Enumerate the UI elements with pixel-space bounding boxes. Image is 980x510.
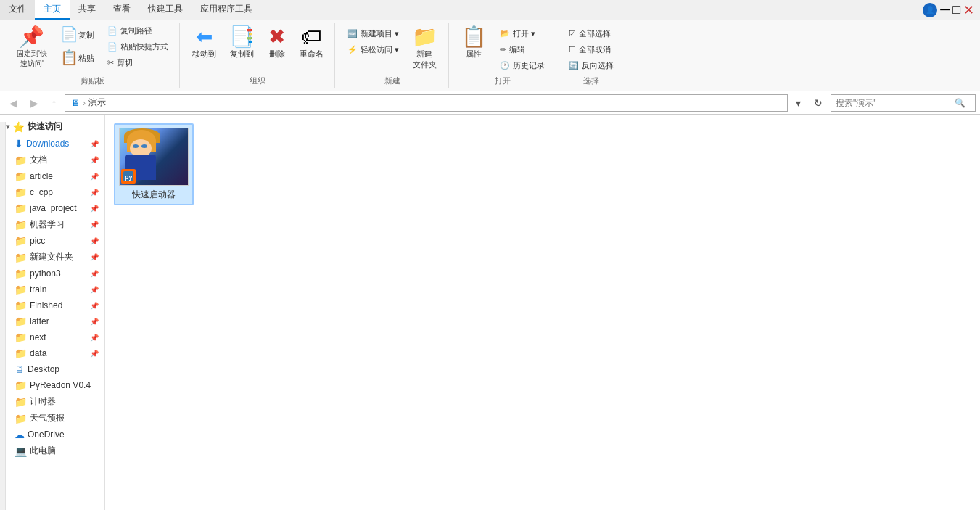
tab-home[interactable]: 主页 xyxy=(35,0,70,20)
address-dropdown-button[interactable]: ▾ xyxy=(791,95,806,111)
c_cpp-label: c_cpp xyxy=(30,187,53,197)
sidebar-item-pyreadon[interactable]: 📁 PyReadon V0.4 xyxy=(0,377,104,393)
ribbon-tabs: 文件 主页 共享 查看 快建工具 应用程序工具 👤 ─ □ ✕ xyxy=(0,0,980,20)
properties-button[interactable]: 📋 属性 xyxy=(456,23,492,63)
java-icon: 📁 xyxy=(15,202,27,214)
new-item-label: 新建项目 ▾ xyxy=(361,28,399,39)
quick-access-label: 快速访问 xyxy=(28,120,62,133)
ribbon-content: 📌 固定到'快速访问' 📄 复制 📋 粘贴 📄 xyxy=(0,20,980,91)
address-path[interactable]: 🖥 › 演示 xyxy=(65,94,788,112)
rename-button[interactable]: 🏷 重命名 xyxy=(295,23,329,63)
history-button[interactable]: 🕐 历史记录 xyxy=(495,58,550,73)
tab-share[interactable]: 共享 xyxy=(70,0,104,20)
sidebar-quick-access-header[interactable]: ▾ ⭐ 快速访问 xyxy=(0,118,104,136)
user-icon[interactable]: 👤 xyxy=(923,3,937,17)
open-label: 打开 xyxy=(495,74,511,88)
maximize-btn[interactable]: □ xyxy=(952,2,960,17)
invert-select-button[interactable]: 🔄 反向选择 xyxy=(564,58,619,73)
cut-icon: ✂ xyxy=(107,58,114,67)
minimize-btn[interactable]: ─ xyxy=(940,2,950,17)
sidebar-item-desktop[interactable]: 🖥 Desktop xyxy=(0,361,104,377)
svg-text:py: py xyxy=(125,173,133,181)
pin-button[interactable]: 📌 固定到'快速访问' xyxy=(12,23,52,73)
search-input[interactable] xyxy=(836,98,952,108)
sidebar-item-data[interactable]: 📁 data 📌 xyxy=(0,345,104,361)
python-icon-svg: py xyxy=(123,171,133,181)
file-item-quick-launcher[interactable]: py 快速启动器 xyxy=(114,123,194,205)
data-label: data xyxy=(30,348,46,358)
sidebar-item-new-folder[interactable]: 📁 新建文件夹 📌 xyxy=(0,249,104,266)
select-items: ☑ 全部选择 ☐ 全部取消 🔄 反向选择 xyxy=(564,23,619,74)
train-icon: 📁 xyxy=(15,284,27,295)
finished-icon: 📁 xyxy=(15,300,27,311)
edit-button[interactable]: ✏ 编辑 xyxy=(495,42,550,57)
new-folder-pin: 📌 xyxy=(90,253,99,261)
sidebar-item-downloads[interactable]: ⬇ Downloads 📌 xyxy=(0,136,104,152)
sidebar-item-timer[interactable]: 📁 计时器 xyxy=(0,393,104,410)
pin-icon: 📌 xyxy=(19,27,44,47)
sidebar-item-latter[interactable]: 📁 latter 📌 xyxy=(0,313,104,329)
python-pin: 📌 xyxy=(90,270,99,278)
article-icon: 📁 xyxy=(15,170,27,182)
invert-icon: 🔄 xyxy=(569,61,579,70)
file-overlay-icon: py xyxy=(121,169,136,184)
copy-path-button[interactable]: 📄 复制路径 xyxy=(102,23,173,38)
sidebar-item-java_project[interactable]: 📁 java_project 📌 xyxy=(0,200,104,216)
pyreadon-label: PyReadon V0.4 xyxy=(30,380,91,390)
refresh-button[interactable]: ↻ xyxy=(809,95,828,111)
tab-apptools[interactable]: 应用程序工具 xyxy=(192,0,261,20)
c_cpp-pin: 📌 xyxy=(90,189,99,197)
sidebar-item-article[interactable]: 📁 article 📌 xyxy=(0,168,104,184)
new-folder-label: 新建文件夹 xyxy=(30,251,73,263)
sidebar-item-picc[interactable]: 📁 picc 📌 xyxy=(0,233,104,249)
sidebar-item-next[interactable]: 📁 next 📌 xyxy=(0,329,104,345)
file-grid: py 快速启动器 xyxy=(114,123,971,205)
onedrive-icon: ☁ xyxy=(15,429,25,440)
open-icon: 📂 xyxy=(500,29,510,38)
tab-view[interactable]: 查看 xyxy=(104,0,139,20)
picc-label: picc xyxy=(30,236,45,246)
select-all-button[interactable]: ☑ 全部选择 xyxy=(564,26,619,41)
file-label: 快速启动器 xyxy=(132,189,176,201)
sidebar-item-thispc[interactable]: 💻 此电脑 xyxy=(0,443,104,459)
next-pin: 📌 xyxy=(90,334,99,342)
copy-button[interactable]: 📄 复制 xyxy=(55,23,99,45)
paste-button[interactable]: 📋 粘贴 xyxy=(55,46,99,68)
forward-button[interactable]: ▶ xyxy=(25,95,44,111)
data-pin: 📌 xyxy=(90,350,99,358)
delete-icon: ✖ xyxy=(268,27,285,47)
back-button[interactable]: ◀ xyxy=(4,95,22,111)
deselect-all-icon: ☐ xyxy=(569,45,576,54)
ml-label: 机器学习 xyxy=(30,218,65,231)
close-btn[interactable]: ✕ xyxy=(963,2,974,18)
sidebar-item-c_cpp[interactable]: 📁 c_cpp 📌 xyxy=(0,184,104,200)
ribbon-group-select: ☑ 全部选择 ☐ 全部取消 🔄 反向选择 选择 xyxy=(558,23,625,88)
sidebar-item-python3[interactable]: 📁 python3 📌 xyxy=(0,266,104,281)
sidebar-item-machine-learning[interactable]: 📁 机器学习 📌 xyxy=(0,216,104,233)
up-button[interactable]: ↑ xyxy=(46,95,62,111)
sidebar-item-weather[interactable]: 📁 天气预报 xyxy=(0,410,104,427)
open-items: 📋 属性 📂 打开 ▾ ✏ 编辑 🕐 历史记录 xyxy=(456,23,550,74)
new-folder-button[interactable]: 📁 新建文件夹 xyxy=(407,23,442,74)
cut-button[interactable]: ✂ 剪切 xyxy=(102,55,173,70)
deselect-all-button[interactable]: ☐ 全部取消 xyxy=(564,42,619,57)
sidebar-item-documents[interactable]: 📁 文档 📌 xyxy=(0,152,104,168)
tab-quickbuild[interactable]: 快建工具 xyxy=(139,0,192,20)
move-button[interactable]: ⬅ 移动到 xyxy=(187,23,221,63)
delete-button[interactable]: ✖ 删除 xyxy=(263,23,292,63)
organize-items: ⬅ 移动到 📑 复制到 ✖ 删除 🏷 重命名 xyxy=(187,23,329,74)
train-label: train xyxy=(30,284,46,295)
open-button[interactable]: 📂 打开 ▾ xyxy=(495,26,550,41)
tab-file[interactable]: 文件 xyxy=(0,0,35,20)
sidebar-item-finished[interactable]: 📁 Finished 📌 xyxy=(0,297,104,313)
sidebar-item-train[interactable]: 📁 train 📌 xyxy=(0,281,104,297)
cut-label: 剪切 xyxy=(117,57,133,68)
sidebar-item-onedrive[interactable]: ☁ OneDrive xyxy=(0,427,104,443)
search-icon[interactable]: 🔍 xyxy=(955,98,965,108)
copy-to-button[interactable]: 📑 复制到 xyxy=(224,23,260,63)
rename-label: 重命名 xyxy=(300,49,324,59)
latter-icon: 📁 xyxy=(15,316,27,327)
easy-access-button[interactable]: ⚡ 轻松访问 ▾ xyxy=(342,42,404,57)
new-item-button[interactable]: 🆕 新建项目 ▾ xyxy=(342,26,404,41)
paste-shortcut-button[interactable]: 📄 粘贴快捷方式 xyxy=(102,39,173,54)
